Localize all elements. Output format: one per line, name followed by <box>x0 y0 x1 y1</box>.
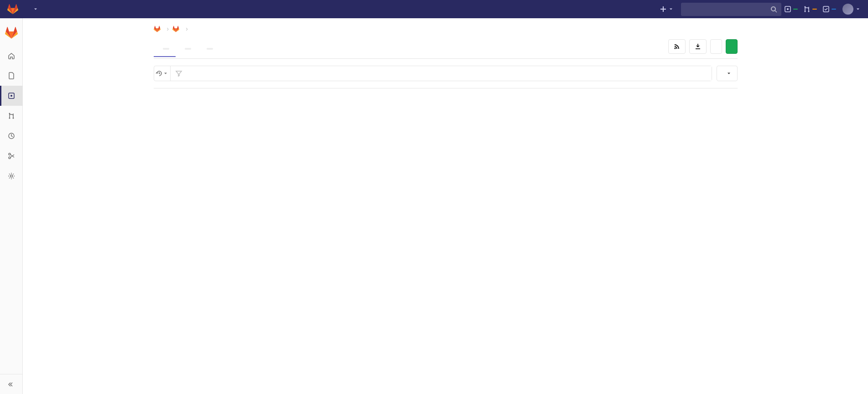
state-tabs-row <box>154 39 738 59</box>
brand-logo[interactable] <box>7 4 21 15</box>
chevron-down-icon <box>668 6 674 12</box>
tab-count <box>163 48 169 50</box>
tab-all[interactable] <box>198 41 219 57</box>
header-mrs-counter[interactable] <box>800 5 820 13</box>
top-nav <box>0 0 868 18</box>
rss-icon <box>673 43 681 50</box>
breadcrumb-org[interactable] <box>154 26 163 32</box>
new-issue-button[interactable] <box>726 39 738 54</box>
breadcrumb-separator: › <box>167 25 169 32</box>
sidebar-item-project[interactable] <box>0 46 23 66</box>
breadcrumb-project[interactable] <box>172 26 182 32</box>
state-tabs <box>154 41 219 57</box>
filter-input[interactable] <box>187 66 712 81</box>
gitlab-logo-icon <box>7 4 18 15</box>
tab-count <box>207 48 213 50</box>
nav-milestones[interactable] <box>67 2 76 16</box>
todo-icon <box>822 5 830 13</box>
sidebar-item-issues[interactable] <box>0 86 23 88</box>
nav-activity[interactable] <box>56 2 65 16</box>
header-issues-counter[interactable] <box>781 5 800 13</box>
issues-list <box>154 88 738 88</box>
issue-icon <box>784 5 791 13</box>
chevron-down-icon <box>726 71 732 76</box>
export-button[interactable] <box>689 39 707 54</box>
doc-icon <box>8 72 15 79</box>
chevron-down-icon <box>33 6 38 12</box>
gitlab-logo-icon <box>172 26 179 32</box>
header-todos-counter[interactable] <box>820 5 839 13</box>
gitlab-logo-icon <box>5 26 18 39</box>
user-avatar[interactable] <box>842 4 853 15</box>
filter-icon-wrap <box>171 66 187 81</box>
nav-snippets[interactable] <box>78 2 87 16</box>
history-icon <box>156 70 163 77</box>
tab-open[interactable] <box>154 41 176 57</box>
tab-closed[interactable] <box>176 41 198 57</box>
plus-icon <box>660 5 667 13</box>
badge <box>812 9 817 10</box>
rss-button[interactable] <box>668 39 686 54</box>
nav-projects[interactable] <box>28 2 43 16</box>
project-sidebar <box>0 18 23 88</box>
tab-count <box>185 48 191 50</box>
breadcrumb-separator: › <box>186 25 188 32</box>
new-dropdown[interactable] <box>656 3 677 16</box>
chevron-down-icon <box>855 6 861 12</box>
project-avatar[interactable] <box>3 25 20 41</box>
breadcrumb: › › <box>154 18 738 39</box>
download-icon <box>694 43 702 50</box>
filter-history-button[interactable] <box>154 66 171 81</box>
global-search-input[interactable] <box>690 3 781 16</box>
filter-row <box>154 59 738 88</box>
badge <box>832 9 836 10</box>
merge-request-icon <box>803 5 811 13</box>
sort-dropdown[interactable] <box>717 66 738 81</box>
badge <box>793 9 798 10</box>
home-icon <box>8 52 15 59</box>
nav-groups[interactable] <box>45 2 54 16</box>
search-scope[interactable] <box>681 3 690 16</box>
sidebar-item-repository[interactable] <box>0 66 23 86</box>
gitlab-logo-icon <box>154 26 161 32</box>
chevron-down-icon <box>163 71 168 76</box>
search-icon <box>770 6 778 13</box>
filter-bar <box>154 66 712 81</box>
primary-nav <box>28 2 87 16</box>
edit-issues-button[interactable] <box>710 39 722 54</box>
filter-icon <box>175 70 182 77</box>
